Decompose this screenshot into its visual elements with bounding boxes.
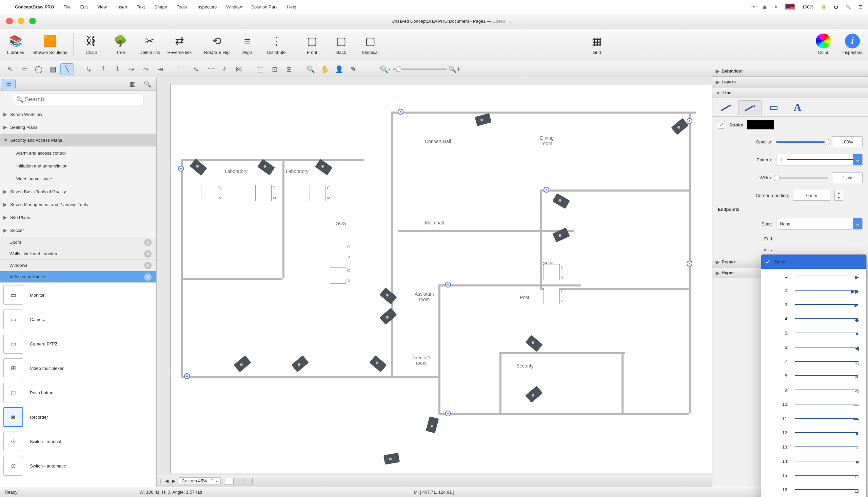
stencil-item[interactable]: ⊙Switch - manual xyxy=(0,429,156,454)
dropdown-item[interactable]: 8:⊳ xyxy=(761,369,866,383)
close-icon[interactable]: ✕ xyxy=(144,250,152,258)
tool-connector-6[interactable]: ⇥ xyxy=(153,63,167,75)
tree-item[interactable]: ▶Site Plans xyxy=(0,211,156,224)
dropdown-item[interactable]: 11:— xyxy=(761,411,866,425)
dropdown-item[interactable]: 15:□ xyxy=(761,468,866,482)
identical-button[interactable]: ▢Identical xyxy=(359,34,382,55)
zoom-readout[interactable]: Custom 45%⌃⌄ xyxy=(179,477,221,484)
tool-person[interactable]: 👤 xyxy=(332,63,346,75)
battery-icon[interactable]: 🔋 xyxy=(821,4,826,10)
app-name[interactable]: ConceptDraw PRO xyxy=(15,4,54,10)
camera-shape[interactable] xyxy=(552,193,570,209)
panel-search-button[interactable]: 🔍 xyxy=(141,79,154,89)
tool-curve-5[interactable]: ⋈ xyxy=(232,63,245,75)
stroke-checkbox[interactable]: ✓ xyxy=(718,121,725,128)
close-icon[interactable]: ✕ xyxy=(144,239,152,246)
library-tab[interactable]: Video surveillance✕ xyxy=(0,271,156,283)
panel-mode-list[interactable]: ☰ xyxy=(2,79,16,89)
menu-insert[interactable]: Insert xyxy=(116,4,128,10)
grid-button[interactable]: ▦Grid xyxy=(585,34,608,55)
dropdown-item[interactable]: 10:— xyxy=(761,397,866,411)
menu-edit[interactable]: Edit xyxy=(80,4,88,10)
rotate-flip-button[interactable]: ⟲Rotate & Flip xyxy=(204,34,230,55)
page-tabs[interactable] xyxy=(224,478,253,484)
panel-mode-grid[interactable]: ▦ xyxy=(126,79,139,89)
back-button[interactable]: ▢Back xyxy=(330,34,353,55)
tool-text[interactable]: ▤ xyxy=(46,63,60,75)
menu-window[interactable]: Window xyxy=(226,4,242,10)
libraries-button[interactable]: 📚Libraries xyxy=(4,34,27,55)
opacity-slider[interactable] xyxy=(776,141,828,143)
dropdown-item-none[interactable]: None xyxy=(761,255,866,269)
camera-shape[interactable] xyxy=(257,159,275,175)
dropdown-item[interactable]: 7:◁ xyxy=(761,354,866,369)
stroke-color-swatch[interactable] xyxy=(747,120,774,129)
dropdown-item[interactable]: 2:▶▶ xyxy=(761,283,866,297)
tool-group-2[interactable]: ⊡ xyxy=(268,63,281,75)
corner-value[interactable]: 0 mm xyxy=(793,190,830,201)
close-icon[interactable]: ✕ xyxy=(144,262,152,269)
device-shape[interactable]: CV xyxy=(330,244,346,260)
tree-item[interactable]: ▶Seating Plans xyxy=(0,121,156,133)
spotlight-icon[interactable]: 🔍 xyxy=(845,4,851,10)
menu-help[interactable]: Help xyxy=(287,4,296,10)
align-button[interactable]: ≡Align xyxy=(236,34,259,55)
tool-connector-1[interactable]: ↳ xyxy=(82,63,96,75)
camera-shape[interactable] xyxy=(671,118,689,135)
tree-item[interactable]: ▼Security and Access Plans xyxy=(0,133,156,146)
stencil-item[interactable]: ⊙Switch - automatic xyxy=(0,454,156,478)
tab-text[interactable]: A xyxy=(786,100,809,115)
pattern-select[interactable]: 1: xyxy=(776,154,863,166)
tab-line[interactable] xyxy=(714,100,738,115)
dropdown-item[interactable]: 4:◆ xyxy=(761,312,866,326)
dropdown-item[interactable]: 16:⊡ xyxy=(761,482,866,497)
dropdown-item[interactable]: 5:● xyxy=(761,326,866,340)
canvas[interactable]: Concert Hall Dining room Laboratory Labo… xyxy=(170,84,712,473)
front-button[interactable]: ▢Front xyxy=(300,34,324,55)
camera-shape[interactable] xyxy=(552,227,570,242)
tool-connector-4[interactable]: ⇢ xyxy=(125,63,138,75)
camera-shape[interactable] xyxy=(383,453,400,465)
dropdown-item[interactable]: 6:◀ xyxy=(761,340,866,354)
minimize-button[interactable] xyxy=(18,18,25,25)
dropdown-item[interactable]: 1:▶ xyxy=(761,269,866,283)
flag-icon[interactable] xyxy=(785,4,795,10)
tool-rect[interactable]: ▭ xyxy=(18,63,31,75)
maximize-button[interactable] xyxy=(29,18,36,25)
opacity-value[interactable]: 100% xyxy=(832,136,863,147)
list-icon[interactable]: ☰ xyxy=(858,4,863,10)
tool-zoom[interactable]: 🔍 xyxy=(304,63,317,75)
menu-view[interactable]: View xyxy=(97,4,107,10)
start-select[interactable]: None xyxy=(776,218,863,229)
device-shape[interactable]: CV xyxy=(543,288,560,304)
close-button[interactable] xyxy=(6,18,13,25)
distribute-button[interactable]: ⋮Distribute xyxy=(265,34,288,55)
pager-prev[interactable]: ◀ xyxy=(165,478,169,483)
stencil-item[interactable]: ▭Camera P/T/Z xyxy=(0,331,156,356)
camera-shape[interactable] xyxy=(525,386,543,403)
dropdown-item[interactable]: 9:⊲ xyxy=(761,383,866,397)
menu-inspectors[interactable]: Inspectors xyxy=(196,4,217,10)
tool-group-3[interactable]: ⊞ xyxy=(282,63,296,75)
stencil-item[interactable]: ◙Recorder xyxy=(0,405,156,429)
tree-item[interactable]: Initiation and annunciation xyxy=(0,159,156,172)
device-shape[interactable]: CM xyxy=(201,185,217,201)
tool-connector-2[interactable]: ⤴ xyxy=(96,63,110,75)
close-icon[interactable]: ✕ xyxy=(144,273,152,281)
pager-next[interactable]: ▶ xyxy=(172,478,175,483)
chain-button[interactable]: ⛓Chain xyxy=(80,34,103,55)
zoom-out-icon[interactable]: 🔍- xyxy=(379,63,392,75)
camera-shape[interactable] xyxy=(369,355,387,372)
tool-connector-5[interactable]: ⤳ xyxy=(139,63,153,75)
stencil-item[interactable]: ◻Push button xyxy=(0,380,156,405)
dropdown-item[interactable]: 13:○ xyxy=(761,440,866,454)
tree-item[interactable]: Alarm and access control xyxy=(0,146,156,159)
tool-group-1[interactable]: ⬚ xyxy=(254,63,267,75)
tool-hand[interactable]: ✋ xyxy=(318,63,332,75)
device-shape[interactable]: CM xyxy=(255,185,272,201)
camera-shape[interactable] xyxy=(426,416,439,433)
tool-connector-3[interactable]: ⤵ xyxy=(111,63,124,75)
tool-curve-4[interactable]: ⫽ xyxy=(218,63,231,75)
tab-fill[interactable]: ▭ xyxy=(762,100,786,115)
camera-shape[interactable] xyxy=(291,355,309,372)
